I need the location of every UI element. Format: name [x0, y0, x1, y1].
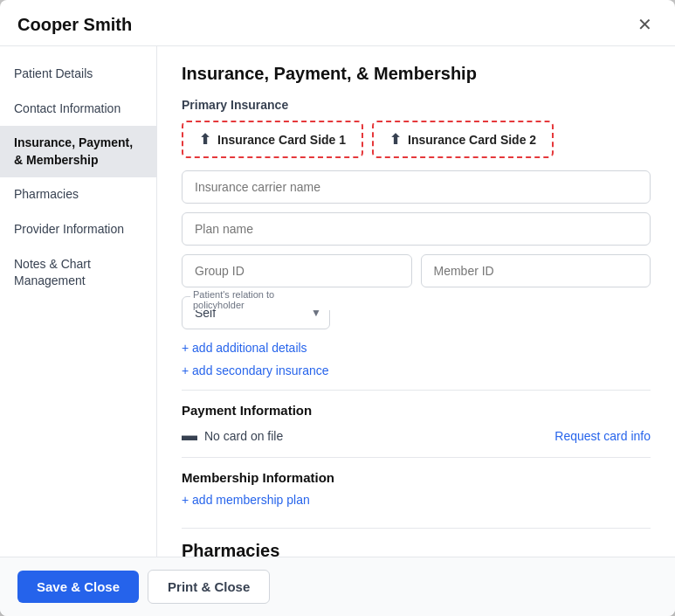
add-membership-plan-link[interactable]: + add membership plan	[182, 493, 310, 507]
id-row	[182, 254, 651, 287]
sidebar-item-notes-chart-management[interactable]: Notes & Chart Management	[0, 247, 156, 299]
close-button[interactable]: ✕	[632, 14, 658, 35]
plan-name-input[interactable]	[182, 212, 651, 246]
insurance-carrier-input[interactable]	[182, 170, 651, 204]
pharmacies-title: Pharmacies	[182, 541, 651, 557]
sidebar-item-insurance-payment-membership[interactable]: Insurance, Payment, & Membership	[0, 126, 156, 177]
insurance-card-side1-button[interactable]: ⬆ Insurance Card Side 1	[182, 121, 363, 158]
modal-body: Patient Details Contact Information Insu…	[0, 46, 675, 557]
print-close-button[interactable]: Print & Close	[148, 570, 270, 604]
sidebar-item-contact-information[interactable]: Contact Information	[0, 92, 156, 127]
add-secondary-insurance-link[interactable]: + add secondary insurance	[182, 363, 651, 377]
payment-left: ▬ No card on file	[182, 426, 283, 445]
upload-icon-1: ⬆	[199, 131, 210, 148]
add-additional-details-link[interactable]: + add additional details	[182, 341, 307, 355]
no-card-label: No card on file	[204, 429, 283, 443]
sidebar-item-provider-information[interactable]: Provider Information	[0, 212, 156, 247]
modal-title: Cooper Smith	[17, 15, 132, 35]
sidebar-item-pharmacies[interactable]: Pharmacies	[0, 177, 156, 212]
member-id-input[interactable]	[421, 254, 651, 287]
card-buttons: ⬆ Insurance Card Side 1 ⬆ Insurance Card…	[182, 121, 651, 158]
sidebar-item-patient-details[interactable]: Patient Details	[0, 57, 156, 92]
credit-card-icon: ▬	[182, 426, 197, 445]
insurance-card-side2-button[interactable]: ⬆ Insurance Card Side 2	[372, 121, 554, 158]
divider-2	[182, 457, 651, 458]
main-content: Insurance, Payment, & Membership Primary…	[157, 46, 675, 557]
sidebar: Patient Details Contact Information Insu…	[0, 46, 157, 557]
modal-footer: Save & Close Print & Close	[0, 557, 675, 616]
request-card-info-link[interactable]: Request card info	[554, 429, 651, 443]
divider-1	[182, 390, 651, 391]
save-close-button[interactable]: Save & Close	[17, 571, 139, 603]
relation-label: Patient's relation to policyholder	[190, 289, 330, 310]
modal: Cooper Smith ✕ Patient Details Contact I…	[0, 0, 675, 616]
primary-insurance-label: Primary Insurance	[182, 98, 651, 112]
upload-icon-2: ⬆	[389, 131, 401, 148]
payment-row: ▬ No card on file Request card info	[182, 426, 651, 445]
modal-header: Cooper Smith ✕	[0, 0, 675, 46]
payment-section-title: Payment Information	[182, 403, 651, 418]
section-title: Insurance, Payment, & Membership	[182, 64, 651, 84]
membership-section-title: Membership Information	[182, 470, 651, 485]
relation-wrapper: Patient's relation to policyholder Self …	[182, 296, 330, 329]
divider-3	[182, 528, 651, 529]
group-id-input[interactable]	[182, 254, 412, 287]
